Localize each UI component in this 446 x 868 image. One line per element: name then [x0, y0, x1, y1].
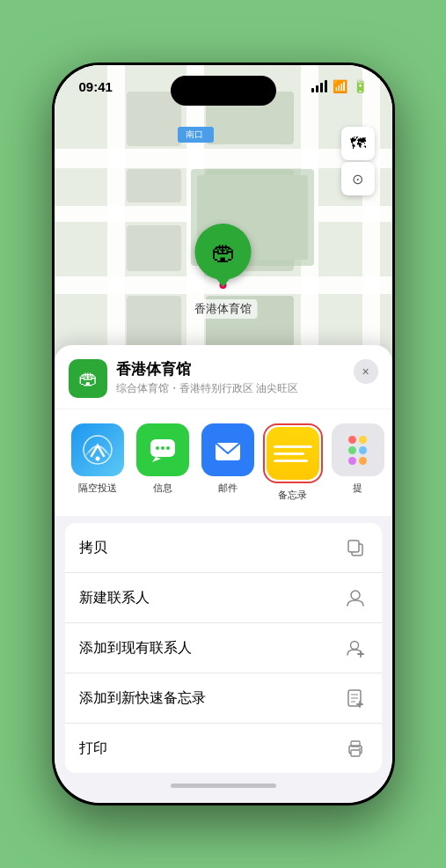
- airdrop-label: 隔空投送: [78, 482, 117, 495]
- share-row: 隔空投送 信息: [55, 409, 392, 516]
- notes-line-1: [274, 445, 312, 448]
- mail-svg: [212, 434, 244, 466]
- action-add-note[interactable]: 添加到新快速备忘录: [65, 673, 382, 724]
- airdrop-icon: [71, 423, 124, 476]
- notes-icon: [267, 427, 319, 480]
- home-indicator: [55, 773, 392, 803]
- venue-header: 🏟 香港体育馆 综合体育馆・香港特别行政区 油尖旺区 ×: [55, 345, 392, 408]
- action-add-existing[interactable]: 添加到现有联系人: [65, 623, 382, 673]
- share-item-more[interactable]: 提: [325, 423, 391, 502]
- more-label: 提: [353, 482, 362, 495]
- share-item-notes[interactable]: 备忘录: [260, 423, 325, 502]
- add-existing-label: 添加到现有联系人: [79, 639, 192, 658]
- message-label: 信息: [153, 482, 172, 495]
- action-list: 拷贝 新建联系人: [65, 523, 382, 773]
- more-dots-grid: [348, 436, 367, 465]
- action-new-contact[interactable]: 新建联系人: [65, 573, 382, 623]
- status-icons: 📶 🔋: [311, 79, 368, 93]
- location-button[interactable]: ⊙: [341, 162, 375, 195]
- message-svg: [147, 434, 179, 466]
- svg-point-27: [161, 446, 165, 450]
- svg-point-32: [351, 591, 360, 600]
- dynamic-island: [171, 76, 276, 106]
- svg-marker-25: [152, 457, 161, 462]
- venue-pin: 🏟 香港体育馆: [189, 224, 257, 319]
- print-icon: [343, 736, 368, 761]
- location-icon: ⊙: [352, 171, 363, 188]
- map-nankuo-label: 南口: [178, 127, 214, 143]
- copy-label: 拷贝: [79, 539, 107, 557]
- mail-icon: [201, 423, 254, 476]
- map-icon: 🗺: [350, 135, 366, 153]
- copy-icon: [343, 535, 368, 560]
- new-contact-label: 新建联系人: [79, 589, 150, 607]
- add-existing-icon: [343, 636, 368, 660]
- notes-line-2: [274, 452, 304, 455]
- map-controls[interactable]: 🗺 ⊙: [341, 127, 375, 195]
- notes-label: 备忘录: [278, 489, 307, 502]
- venue-info: 香港体育馆 综合体育馆・香港特别行政区 油尖旺区: [116, 359, 345, 396]
- notes-line-3: [274, 460, 309, 462]
- venue-title: 香港体育馆: [116, 359, 345, 379]
- signal-icon: [311, 80, 327, 92]
- venue-logo-icon: 🏟: [78, 367, 98, 390]
- svg-point-28: [166, 446, 170, 450]
- message-icon: [136, 423, 189, 476]
- svg-point-23: [95, 457, 99, 461]
- svg-point-26: [156, 446, 159, 450]
- mail-label: 邮件: [218, 482, 238, 495]
- new-contact-icon: [343, 585, 368, 610]
- status-time: 09:41: [79, 79, 113, 94]
- share-item-message[interactable]: 信息: [130, 423, 195, 502]
- airdrop-svg: [83, 435, 113, 465]
- map-view-button[interactable]: 🗺: [341, 127, 375, 160]
- close-button[interactable]: ×: [354, 359, 378, 384]
- battery-icon: 🔋: [353, 79, 368, 93]
- svg-rect-43: [351, 750, 360, 756]
- svg-rect-12: [127, 169, 181, 202]
- action-print[interactable]: 打印: [65, 724, 382, 773]
- venue-logo: 🏟: [69, 359, 107, 398]
- venue-name-on-map: 香港体育馆: [189, 299, 257, 319]
- svg-point-45: [359, 748, 361, 750]
- more-icon: [332, 423, 384, 476]
- svg-rect-14: [127, 225, 181, 271]
- home-bar: [171, 783, 276, 788]
- svg-rect-31: [348, 541, 359, 552]
- venue-subtitle: 综合体育馆・香港特别行政区 油尖旺区: [116, 381, 345, 396]
- share-item-mail[interactable]: 邮件: [195, 423, 260, 502]
- notes-highlight-border: [263, 423, 323, 483]
- bottom-sheet: 🏟 香港体育馆 综合体育馆・香港特别行政区 油尖旺区 ×: [55, 345, 392, 803]
- add-note-icon: [343, 686, 368, 710]
- print-label: 打印: [79, 739, 107, 758]
- share-item-airdrop[interactable]: 隔空投送: [65, 423, 130, 502]
- wifi-icon: 📶: [333, 79, 347, 93]
- add-note-label: 添加到新快速备忘录: [79, 689, 206, 708]
- svg-point-33: [350, 642, 358, 650]
- action-copy[interactable]: 拷贝: [65, 523, 382, 573]
- phone-frame: 09:41 📶 🔋: [52, 63, 395, 805]
- pin-bubble: 🏟: [195, 224, 252, 280]
- stadium-icon: 🏟: [211, 238, 236, 267]
- phone-screen: 09:41 📶 🔋: [55, 65, 392, 803]
